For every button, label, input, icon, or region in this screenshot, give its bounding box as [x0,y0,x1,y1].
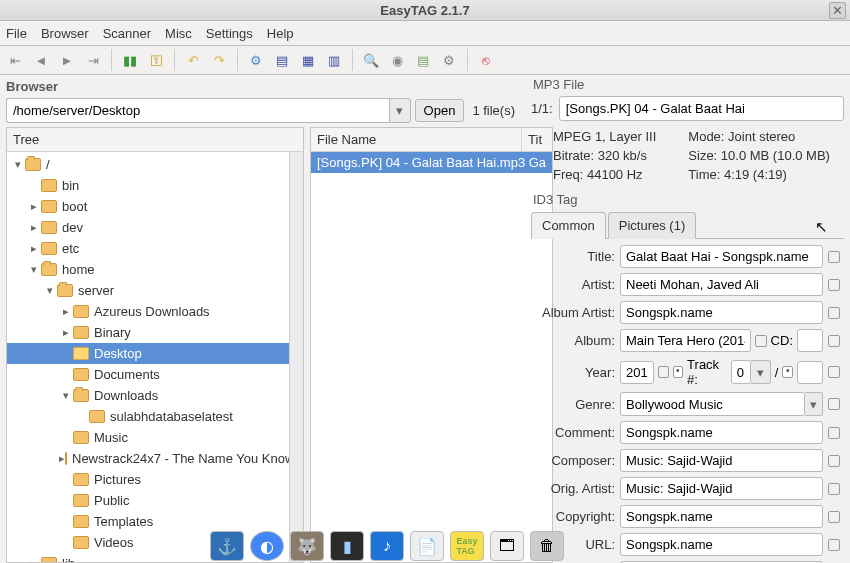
path-input[interactable] [6,98,389,123]
tree-item[interactable]: ▾/ [7,154,303,175]
disclosure-icon[interactable]: ▸ [59,305,73,318]
view3-icon[interactable]: ▥ [323,49,345,71]
next-icon[interactable]: ► [56,49,78,71]
album-artist-field[interactable] [620,301,823,324]
tree-item[interactable]: bin [7,175,303,196]
disclosure-icon[interactable]: ▾ [43,284,57,297]
tree-item[interactable]: sulabhdatabaselatest [7,406,303,427]
first-icon[interactable]: ⇤ [4,49,26,71]
menu-help[interactable]: Help [267,26,294,41]
taskbar-writer[interactable]: 📄 [410,531,444,561]
tab-common[interactable]: Common [531,212,606,239]
tag-icon[interactable]: ⚙ [245,49,267,71]
view1-icon[interactable]: ▤ [271,49,293,71]
file-list[interactable]: [Songs.PK] 04 - Galat Baat Hai.mp3 Ga [311,152,552,562]
open-button[interactable]: Open [415,99,465,122]
exit-icon[interactable]: ⎋ [475,49,497,71]
album-artist-apply-checkbox[interactable] [828,307,840,319]
cd-field[interactable] [797,329,823,352]
file-row[interactable]: [Songs.PK] 04 - Galat Baat Hai.mp3 Ga [311,152,552,173]
artist-apply-checkbox[interactable] [828,279,840,291]
tree-item[interactable]: ▾server [7,280,303,301]
disclosure-icon[interactable]: ▾ [27,263,41,276]
chevron-down-icon[interactable]: ▾ [389,98,411,123]
folder-tree[interactable]: ▾/bin▸boot▸dev▸etc▾home▾server▸Azureus D… [7,152,303,562]
track-total-checkbox[interactable] [782,366,793,378]
view2-icon[interactable]: ▦ [297,49,319,71]
taskbar-easytag[interactable]: EasyTAG [450,531,484,561]
year-field[interactable] [620,361,654,384]
search-icon[interactable]: 🔍 [360,49,382,71]
taskbar-terminal[interactable]: ▮ [330,531,364,561]
tree-item[interactable]: Documents [7,364,303,385]
menu-browser[interactable]: Browser [41,26,89,41]
album-field[interactable] [620,329,751,352]
menu-misc[interactable]: Misc [165,26,192,41]
title-field[interactable] [620,245,823,268]
orig-artist-field[interactable] [620,477,823,500]
tree-item[interactable]: ▸dev [7,217,303,238]
album-apply-checkbox[interactable] [755,335,767,347]
chevron-down-icon[interactable]: ▾ [805,392,823,416]
comment-apply-checkbox[interactable] [828,427,840,439]
disclosure-icon[interactable]: ▸ [27,200,41,213]
tree-item[interactable]: ▸Azureus Downloads [7,301,303,322]
tree-item[interactable]: ▾home [7,259,303,280]
tree-item[interactable]: Public [7,490,303,511]
tree-item[interactable]: Templates [7,511,303,532]
tab-pictures[interactable]: Pictures (1) [608,212,696,239]
menu-settings[interactable]: Settings [206,26,253,41]
title-apply-checkbox[interactable] [828,251,840,263]
taskbar-app2[interactable]: ♪ [370,531,404,561]
tree-item[interactable]: Pictures [7,469,303,490]
composer-field[interactable] [620,449,823,472]
menu-file[interactable]: File [6,26,27,41]
track-total-field[interactable] [797,361,823,384]
last-icon[interactable]: ⇥ [82,49,104,71]
execute-icon[interactable]: ⚙ [438,49,460,71]
cd-icon[interactable]: ◉ [386,49,408,71]
tree-item[interactable]: Music [7,427,303,448]
scan-icon[interactable]: ▮▮ [119,49,141,71]
playlist-icon[interactable]: ▤ [412,49,434,71]
disclosure-icon[interactable]: ▸ [27,221,41,234]
taskbar-chrome[interactable]: ◐ [250,531,284,561]
artist-field[interactable] [620,273,823,296]
disclosure-icon[interactable]: ▸ [59,326,73,339]
copyright-apply-checkbox[interactable] [828,511,840,523]
comment-field[interactable] [620,421,823,444]
taskbar-files[interactable]: 🗔 [490,531,524,561]
cd-apply-checkbox[interactable] [828,335,840,347]
redo-icon[interactable]: ↷ [208,49,230,71]
disclosure-icon[interactable]: ▾ [59,389,73,402]
url-apply-checkbox[interactable] [828,539,840,551]
disclosure-icon[interactable]: ▸ [27,242,41,255]
url-field[interactable] [620,533,823,556]
tree-item[interactable]: ▸Newstrack24x7 - The Name You Know. T [7,448,303,469]
prev-icon[interactable]: ◄ [30,49,52,71]
tree-header[interactable]: Tree [7,128,303,152]
disclosure-icon[interactable]: ▸ [27,557,41,562]
menu-scanner[interactable]: Scanner [103,26,151,41]
tree-item[interactable]: ▸Binary [7,322,303,343]
tree-item[interactable]: ▸boot [7,196,303,217]
disclosure-icon[interactable]: ▾ [11,158,25,171]
key-icon[interactable]: ⚿ [145,49,167,71]
close-button[interactable]: ✕ [829,2,846,19]
undo-icon[interactable]: ↶ [182,49,204,71]
taskbar-app[interactable]: ⚓ [210,531,244,561]
filename-field[interactable] [559,96,844,121]
tree-item[interactable]: ▸etc [7,238,303,259]
copyright-field[interactable] [620,505,823,528]
col-filename[interactable]: File Name [311,128,522,151]
path-combo[interactable]: ▾ [6,98,411,123]
chevron-down-icon[interactable]: ▾ [751,360,771,384]
orig-artist-apply-checkbox[interactable] [828,483,840,495]
genre-apply-checkbox[interactable] [828,398,840,410]
year-apply-checkbox[interactable] [658,366,669,378]
tree-item[interactable]: Desktop [7,343,303,364]
track-toggle-checkbox[interactable] [673,366,684,378]
taskbar-gimp[interactable]: 🐺 [290,531,324,561]
composer-apply-checkbox[interactable] [828,455,840,467]
taskbar-trash[interactable]: 🗑 [530,531,564,561]
